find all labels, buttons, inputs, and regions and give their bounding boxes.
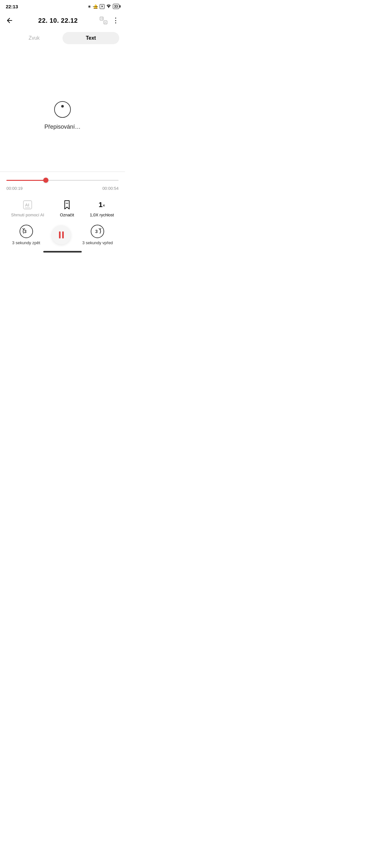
- speed-button[interactable]: 1× 1,0X rychlost: [90, 199, 114, 217]
- transcribing-status: Přepisování…: [44, 124, 80, 130]
- main-content: Přepisování…: [0, 47, 125, 168]
- ai-summary-button[interactable]: AI Shrnutí pomocí AI: [11, 199, 44, 217]
- home-bar: [43, 251, 82, 252]
- svg-text:3: 3: [24, 229, 27, 234]
- slider-thumb[interactable]: [43, 178, 48, 183]
- time-labels: 00:00:19 00:00:54: [6, 185, 119, 191]
- loading-dot: [61, 105, 64, 107]
- wifi-icon: [106, 4, 111, 9]
- tabs-container: Zvuk Text: [0, 29, 125, 47]
- mark-button[interactable]: Označit: [60, 199, 74, 217]
- tab-zvuk[interactable]: Zvuk: [6, 32, 62, 44]
- svg-text:AI: AI: [25, 203, 29, 208]
- battery-icon: 33: [113, 4, 119, 9]
- svg-point-0: [108, 7, 109, 8]
- status-bar: 22:13 ∗ 🔔 ✕ 33: [0, 0, 125, 11]
- speed-label: 1,0X rychlost: [90, 213, 114, 217]
- skip-forward-button[interactable]: 3 3 sekundy vpřed: [82, 224, 113, 245]
- loading-indicator: [54, 101, 71, 118]
- x-icon: ✕: [100, 4, 105, 9]
- current-time: 00:00:19: [6, 186, 23, 191]
- mark-label: Označit: [60, 213, 74, 217]
- total-time: 00:00:54: [102, 186, 119, 191]
- back-button[interactable]: [6, 17, 17, 24]
- pause-icon: [59, 231, 64, 239]
- vibrate-icon: 🔔: [93, 4, 98, 9]
- bluetooth-icon: ∗: [87, 4, 91, 9]
- recording-title: 22. 10. 22.12: [38, 17, 78, 24]
- svg-text:A: A: [105, 21, 106, 24]
- skip-back-label: 3 sekundy zpět: [12, 240, 40, 245]
- ai-summary-label: Shrnutí pomocí AI: [11, 213, 44, 217]
- speed-icon: 1×: [96, 199, 108, 211]
- more-menu-button[interactable]: ⋮: [112, 16, 119, 25]
- status-icons: ∗ 🔔 ✕ 33: [87, 4, 119, 9]
- skip-back-icon: 3: [19, 224, 33, 239]
- translate-icon[interactable]: 中 A: [99, 16, 108, 25]
- play-pause-button[interactable]: [52, 225, 71, 245]
- skip-forward-icon: 3: [90, 224, 105, 239]
- nav-bar: 22. 10. 22.12 中 A ⋮: [0, 11, 125, 29]
- mark-icon: [61, 199, 73, 211]
- status-time: 22:13: [6, 4, 18, 9]
- skip-back-button[interactable]: 3 3 sekundy zpět: [12, 224, 40, 245]
- svg-text:中: 中: [101, 17, 104, 20]
- controls-row: AI Shrnutí pomocí AI Označit 1× 1,0X ryc…: [0, 194, 125, 220]
- progress-slider[interactable]: [6, 177, 119, 183]
- speed-value: 1×: [99, 201, 105, 208]
- playback-section: 00:00:19 00:00:54: [0, 172, 125, 194]
- home-indicator: [0, 248, 125, 256]
- bottom-controls: 3 3 sekundy zpět 3 3 sekundy vpřed: [0, 220, 125, 248]
- slider-fill: [6, 180, 46, 181]
- skip-forward-label: 3 sekundy vpřed: [82, 240, 113, 245]
- tab-text[interactable]: Text: [62, 32, 119, 44]
- nav-right-icons: 中 A ⋮: [99, 16, 119, 25]
- ai-summary-icon: AI: [22, 199, 33, 211]
- svg-text:3: 3: [95, 229, 98, 234]
